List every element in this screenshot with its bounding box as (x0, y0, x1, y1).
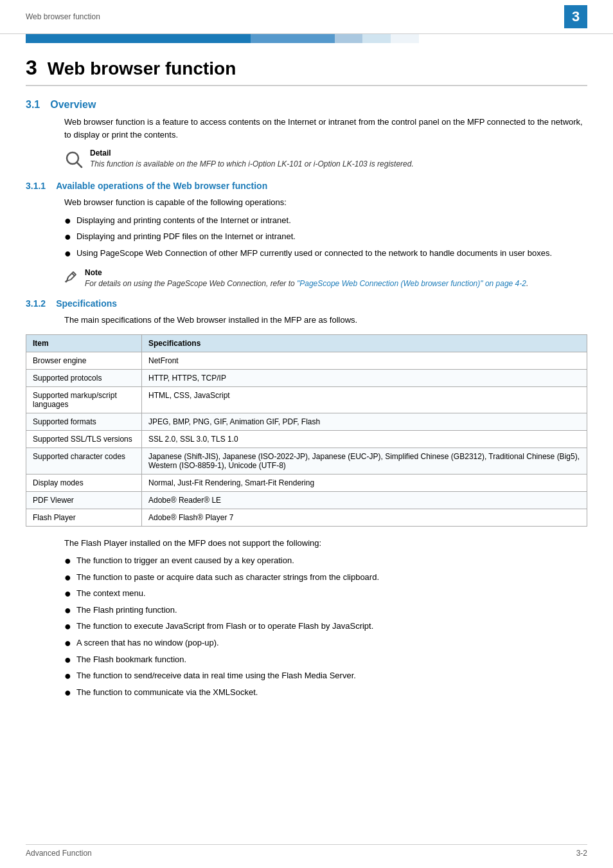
svg-line-1 (77, 163, 82, 167)
bullets-311: ● Displaying and printing contents of th… (64, 214, 587, 261)
bullet-text: The function to execute JavaScript from … (76, 620, 587, 634)
section-311-intro: Web browser function is capable of the f… (64, 196, 587, 209)
bullet-dot: ● (64, 653, 71, 667)
footer-left: Advanced Function (26, 849, 92, 858)
table-cell-specs: HTTP, HTTPS, TCP/IP (142, 369, 587, 386)
bullet-item: ●The function to communicate via the XML… (64, 686, 587, 700)
table-row: Supported character codesJapanese (Shift… (26, 448, 587, 474)
bullet-text: The function to send/receive data in rea… (76, 669, 587, 683)
note-content: Note For details on using the PageScope … (85, 268, 528, 289)
magnifier-icon (64, 150, 84, 172)
bullet-text: The Flash bookmark function. (76, 653, 587, 667)
table-header-specs: Specifications (142, 334, 587, 352)
note-link[interactable]: "PageScope Web Connection (Web browser f… (297, 279, 526, 288)
table-cell-item: Browser engine (26, 352, 142, 369)
table-cell-specs: SSL 2.0, SSL 3.0, TLS 1.0 (142, 430, 587, 448)
page-header: Web browser function 3 (0, 0, 613, 34)
decorative-bar (26, 34, 587, 43)
section-312-body: The main specifications of the Web brows… (64, 314, 587, 327)
bullet-item: ● Displaying and printing contents of th… (64, 214, 587, 228)
table-cell-specs: JPEG, BMP, PNG, GIF, Animation GIF, PDF,… (142, 413, 587, 430)
table-row: Supported markup/script languagesHTML, C… (26, 386, 587, 413)
bullet-item: ●A screen that has no window (pop-up). (64, 637, 587, 651)
bullet-item: ● Displaying and printing PDF files on t… (64, 230, 587, 244)
table-cell-item: PDF Viewer (26, 491, 142, 509)
page-footer: Advanced Function 3-2 (26, 844, 587, 858)
page: Web browser function 3 3 Web browser fun… (0, 0, 613, 868)
bullet-item: ●The function to execute JavaScript from… (64, 620, 587, 634)
section-312-heading: 3.1.2Specifications (26, 298, 587, 309)
table-row: Display modesNormal, Just-Fit Rendering,… (26, 474, 587, 491)
table-cell-item: Display modes (26, 474, 142, 491)
bullet-item: ●The Flash bookmark function. (64, 653, 587, 667)
section-31-heading: 3.1Overview (26, 99, 587, 111)
footer-right: 3-2 (576, 849, 587, 858)
bullet-item: ●The context menu. (64, 587, 587, 601)
bullet-dot: ● (64, 587, 71, 601)
table-row: Browser engineNetFront (26, 352, 587, 369)
table-row: Supported formatsJPEG, BMP, PNG, GIF, An… (26, 413, 587, 430)
note-text-after: . (526, 279, 528, 288)
table-row: Supported SSL/TLS versionsSSL 2.0, SSL 3… (26, 430, 587, 448)
table-cell-item: Supported formats (26, 413, 142, 430)
table-cell-specs: NetFront (142, 352, 587, 369)
section-311-body: Web browser function is capable of the f… (64, 196, 587, 209)
bullet-item: ●The function to send/receive data in re… (64, 669, 587, 683)
note-box: Note For details on using the PageScope … (64, 268, 587, 289)
bullet-dot: ● (64, 604, 71, 618)
note-text: For details on using the PageScope Web C… (85, 278, 528, 289)
header-title: Web browser function (26, 12, 100, 21)
bullet-item: ●The Flash printing function. (64, 604, 587, 618)
bullet-dot: ● (64, 686, 71, 700)
table-cell-specs: Adobe® Reader® LE (142, 491, 587, 509)
bullet-text: The function to paste or acquire data su… (76, 571, 587, 585)
chapter-heading: 3 Web browser function (26, 56, 587, 86)
table-cell-item: Flash Player (26, 509, 142, 526)
bullet-text: The function to communicate via the XMLS… (76, 686, 587, 700)
header-chapter-number: 3 (564, 5, 587, 28)
table-cell-item: Supported character codes (26, 448, 142, 474)
bullet-text: The Flash printing function. (76, 604, 587, 618)
table-cell-specs: Adobe® Flash® Player 7 (142, 509, 587, 526)
section-31-text: Web browser function is a feature to acc… (64, 116, 587, 141)
table-cell-specs: Normal, Just-Fit Rendering, Smart-Fit Re… (142, 474, 587, 491)
bullet-text: Displaying and printing contents of the … (76, 214, 587, 228)
table-cell-item: Supported markup/script languages (26, 386, 142, 413)
bullet-item: ● Using PageScope Web Connection of othe… (64, 247, 587, 261)
detail-label: Detail (90, 149, 414, 158)
bullet-dot: ● (64, 669, 71, 683)
detail-content: Detail This function is available on the… (90, 149, 414, 170)
pencil-icon (64, 269, 78, 285)
bullet-dot: ● (64, 620, 71, 634)
bullet-text: Displaying and printing PDF files on the… (76, 230, 587, 244)
section-31-body: Web browser function is a feature to acc… (64, 116, 587, 141)
flash-intro: The Flash Player installed on the MFP do… (64, 537, 587, 550)
note-label: Note (85, 268, 528, 277)
bullet-dot: ● (64, 637, 71, 651)
table-row: Supported protocolsHTTP, HTTPS, TCP/IP (26, 369, 587, 386)
chapter-title: Web browser function (48, 59, 236, 79)
bullet-item: ●The function to trigger an event caused… (64, 554, 587, 568)
bullet-text: The context menu. (76, 587, 587, 601)
detail-text: This function is available on the MFP to… (90, 159, 414, 170)
table-row: Flash PlayerAdobe® Flash® Player 7 (26, 509, 587, 526)
bullet-dot: ● (64, 214, 71, 228)
detail-box: Detail This function is available on the… (64, 149, 587, 172)
section-311-heading: 3.1.1Available operations of the Web bro… (26, 181, 587, 191)
table-row: PDF ViewerAdobe® Reader® LE (26, 491, 587, 509)
table-cell-specs: Japanese (Shift-JIS), Japanese (ISO-2022… (142, 448, 587, 474)
flash-player-section: The Flash Player installed on the MFP do… (64, 537, 587, 550)
table-cell-item: Supported protocols (26, 369, 142, 386)
bullet-dot: ● (64, 247, 71, 261)
bullet-text: A screen that has no window (pop-up). (76, 637, 587, 651)
bullet-dot: ● (64, 571, 71, 585)
bullet-dot: ● (64, 230, 71, 244)
page-content: 3 Web browser function 3.1Overview Web b… (0, 43, 613, 732)
section-312-intro: The main specifications of the Web brows… (64, 314, 587, 327)
specs-table: Item Specifications Browser engineNetFro… (26, 334, 587, 527)
table-header-item: Item (26, 334, 142, 352)
chapter-number: 3 (26, 56, 37, 80)
bullet-dot: ● (64, 554, 71, 568)
note-text-before: For details on using the PageScope Web C… (85, 279, 297, 288)
bullet-text: The function to trigger an event caused … (76, 554, 587, 568)
